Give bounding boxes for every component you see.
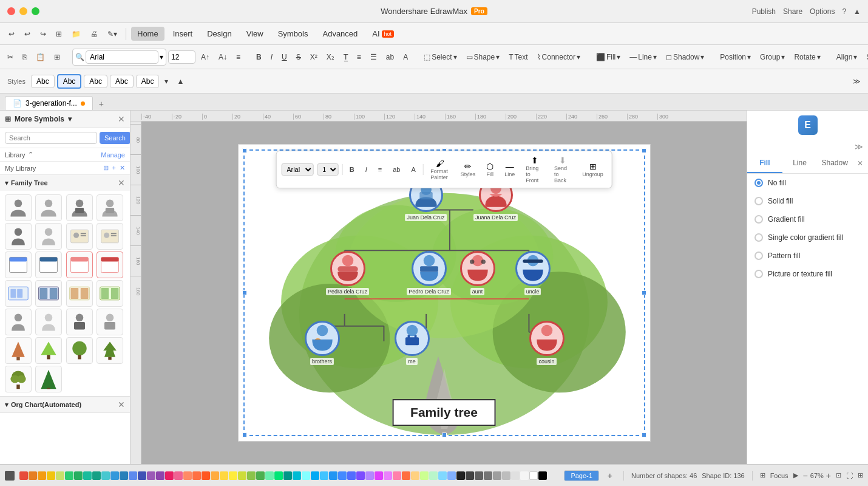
family-tree-close[interactable]: ✕ (118, 178, 125, 188)
color-gray[interactable] (475, 471, 483, 480)
styles-collapse[interactable]: ▲ (173, 75, 188, 88)
canvas[interactable]: Arial 12 B I ≡ ab A 🖌 Format Painter (238, 144, 651, 442)
color-bright-purple[interactable] (375, 471, 383, 480)
zoom-in-button[interactable]: + (826, 471, 831, 481)
color-blue2[interactable] (120, 471, 128, 480)
symbol-person-2[interactable] (35, 194, 62, 221)
fill-option-pattern[interactable]: Pattern fill (747, 247, 868, 265)
symbol-person-7[interactable] (5, 309, 32, 335)
symbol-person-1[interactable] (5, 194, 32, 221)
select-button[interactable]: ⬚ Select ▾ (420, 50, 460, 64)
style-btn-1[interactable]: Abc (31, 75, 55, 88)
new-folder-button[interactable]: ⊞ (103, 164, 109, 172)
org-chart-close[interactable]: ✕ (118, 400, 125, 409)
color-red[interactable] (19, 471, 28, 480)
fill-option-single-gradient[interactable]: Single color gradient fill (747, 228, 868, 247)
person-aunt[interactable]: aunt (453, 251, 502, 295)
color-pink3[interactable] (393, 471, 401, 480)
color-teal2[interactable] (92, 471, 101, 480)
color-deep-orange[interactable] (192, 471, 201, 480)
color-sky-blue[interactable] (438, 471, 447, 480)
format-button[interactable]: ⊞ (50, 50, 64, 64)
symbol-card-4[interactable] (35, 252, 62, 278)
style-btn-4[interactable]: Abc (110, 75, 134, 88)
fill-option-gradient[interactable]: Gradient fill (747, 210, 868, 228)
superscript-button[interactable]: X² (307, 50, 321, 64)
color-purple2[interactable] (156, 471, 164, 480)
font-color-button[interactable]: ab (382, 50, 398, 64)
symbol-tree-2[interactable] (35, 337, 62, 364)
underline-button[interactable]: U (278, 50, 291, 64)
font-selector[interactable]: 🔍 ▾ (72, 49, 166, 66)
grid-button[interactable]: ⊞ (760, 471, 765, 479)
symbol-tree-4[interactable] (97, 337, 123, 364)
symbol-tree-3[interactable] (66, 337, 93, 364)
file-tab[interactable]: 📄 3-generation-f... (5, 96, 93, 110)
person-brothers[interactable]: brothers (298, 321, 347, 365)
org-chart-header[interactable]: ▾ Org Chart(Automated) ✕ (0, 397, 130, 412)
color-salmon[interactable] (183, 471, 192, 480)
toolbar-redo[interactable]: ↪ (36, 27, 50, 41)
tab-fill[interactable]: Fill (747, 154, 782, 173)
menu-insert[interactable]: Insert (167, 27, 199, 41)
cut-button[interactable]: ✂ (4, 50, 17, 64)
float-a-color[interactable]: A (407, 164, 419, 175)
strikethrough-button[interactable]: S̶ (293, 50, 305, 64)
help-button[interactable]: ? (842, 7, 846, 16)
bold-button[interactable]: B (253, 50, 265, 64)
float-bold[interactable]: B (346, 164, 358, 175)
symbol-tree-6[interactable] (35, 366, 62, 392)
expand-icon[interactable]: ⌃ (28, 151, 33, 159)
options-button[interactable]: Options (810, 7, 835, 16)
ungroup-tool[interactable]: ⊞ Ungroup (578, 160, 607, 179)
focus-button[interactable]: Focus (770, 472, 788, 479)
color-lime2[interactable] (238, 471, 246, 480)
font-input[interactable] (86, 50, 158, 64)
color-light-gray[interactable] (493, 471, 501, 480)
color-white[interactable] (529, 471, 538, 480)
color-indigo[interactable] (138, 471, 146, 480)
connector-button[interactable]: ⌇ Connector ▾ (534, 50, 584, 64)
text-style-button[interactable]: T̲ (340, 50, 351, 64)
menu-ai[interactable]: AI hot (366, 27, 400, 41)
maximize-button[interactable] (32, 7, 39, 15)
publish-button[interactable]: Publish (752, 7, 776, 16)
color-black2[interactable] (538, 471, 547, 480)
color-light-orange[interactable] (411, 471, 419, 480)
symbol-horiz-2[interactable] (35, 280, 62, 307)
color-very-light-gray[interactable] (511, 471, 520, 480)
symbol-tree-5[interactable] (5, 366, 32, 392)
menu-advanced[interactable]: Advanced (316, 27, 364, 41)
increase-font[interactable]: A↑ (197, 50, 213, 64)
manage-link[interactable]: Manage (101, 151, 125, 159)
color-green[interactable] (65, 471, 73, 480)
color-purple[interactable] (147, 471, 155, 480)
size-button[interactable]: Size ▾ (863, 50, 868, 64)
color-pink2[interactable] (174, 471, 183, 480)
italic-button[interactable]: I (267, 50, 276, 64)
subscript-button[interactable]: X₂ (323, 50, 338, 64)
search-button[interactable]: Search (100, 132, 131, 144)
color-light-green2[interactable] (429, 471, 438, 480)
align-btn[interactable]: ≡ (232, 50, 244, 64)
copy-button[interactable]: ⎘ (19, 50, 30, 64)
format-painter-tool[interactable]: 🖌 Format Painter (427, 157, 453, 182)
color-deep-purple[interactable] (356, 471, 365, 480)
symbol-card-1[interactable] (66, 223, 93, 250)
symbol-person-10[interactable] (97, 309, 123, 335)
float-align[interactable]: ≡ (375, 164, 385, 175)
zoom-out-button[interactable]: − (803, 471, 808, 481)
color-theme-icon[interactable] (5, 471, 15, 481)
symbol-horiz-1[interactable] (5, 280, 32, 307)
shadow-button[interactable]: ◻ Shadow ▾ (662, 50, 708, 64)
toolbar-print[interactable]: 🖨 (87, 27, 101, 41)
rotate-button[interactable]: Rotate ▾ (790, 50, 824, 64)
color-light-green[interactable] (247, 471, 256, 480)
tab-line[interactable]: Line (782, 154, 818, 173)
color-medium-gray[interactable] (484, 471, 492, 480)
shape-button[interactable]: ▭ Shape ▾ (463, 50, 504, 64)
fill-tool[interactable]: ⬡ Fill (483, 160, 497, 179)
chevron-down-icon[interactable]: ▾ (68, 115, 72, 123)
font-highlight-button[interactable]: A (399, 50, 412, 64)
styles-expand[interactable]: ▾ (161, 75, 172, 88)
